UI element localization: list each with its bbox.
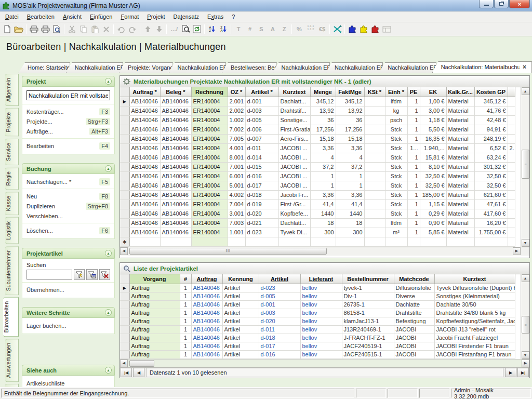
cell[interactable]: 26735-1 xyxy=(342,300,394,309)
tab-close-icon[interactable]: × xyxy=(523,62,526,73)
cell[interactable]: ER140004 xyxy=(191,209,228,218)
column-header-kurztext[interactable]: Kurztext xyxy=(434,274,515,284)
scroll-down-icon[interactable]: ▼ xyxy=(522,239,529,247)
empty-cell[interactable] xyxy=(336,237,364,246)
cell[interactable]: JACOBI xyxy=(394,350,434,358)
menu-datei[interactable]: Datei xyxy=(1,12,23,21)
horizontal-scrollbar[interactable]: ◀▶ xyxy=(120,359,529,367)
row-selector[interactable] xyxy=(120,115,129,125)
cell[interactable]: 1 xyxy=(407,134,420,143)
cell[interactable]: 8.001 xyxy=(228,153,245,162)
import-export-icon[interactable] xyxy=(331,23,343,35)
cell-link[interactable]: d-005 xyxy=(261,293,275,299)
next-record-icon[interactable]: ▶ xyxy=(505,368,516,377)
module-tab-allgemein[interactable]: Allgemein xyxy=(5,74,19,106)
cell[interactable]: Auftrag xyxy=(129,292,180,300)
table-row[interactable]: Auftrag1AB140046Artikeld-003bellov86158-… xyxy=(120,309,515,317)
cell[interactable]: 32,50 € xyxy=(420,181,446,190)
cell-link[interactable]: bellov xyxy=(302,351,317,357)
cell[interactable]: 1 xyxy=(407,171,420,181)
table-row[interactable]: Auftrag1AB140046Artikeld-011bellovJ13R24… xyxy=(120,325,515,334)
scroll-right-icon[interactable]: ▶ xyxy=(513,247,521,255)
cell[interactable]: Artikel xyxy=(222,284,259,292)
row-selector[interactable] xyxy=(120,153,129,162)
table-row[interactable]: Auftrag1AB140046Artikeld-017bellovJACF24… xyxy=(120,342,515,350)
cell[interactable] xyxy=(364,134,385,143)
cell[interactable]: ER140004 xyxy=(191,218,228,228)
cell[interactable] xyxy=(364,97,385,106)
cell[interactable]: Sonstiges (Kleinmaterial) xyxy=(434,292,515,300)
document-tab-6[interactable]: Nachkalkulation EP xyxy=(326,62,383,73)
cell[interactable] xyxy=(508,171,515,181)
table-row[interactable]: AB140046AB140046ER1400041.001d-023Tyvek … xyxy=(120,228,515,237)
cell[interactable]: Drahtstif... xyxy=(278,106,310,115)
cell[interactable]: 4.001 xyxy=(228,143,245,153)
project-input[interactable] xyxy=(26,90,110,100)
cell[interactable]: Material xyxy=(446,171,474,181)
scroll-left-icon[interactable]: ◀ xyxy=(120,360,128,367)
cell[interactable]: Drahtstifte 34/80 blank 5 kg xyxy=(434,309,515,317)
cell[interactable]: Stck xyxy=(385,162,407,171)
cell[interactable]: 0,90 € xyxy=(420,218,446,228)
cell[interactable]: 1 xyxy=(310,181,336,190)
cell[interactable]: Material xyxy=(446,106,474,115)
cell[interactable]: Artikel xyxy=(222,334,259,342)
cell-link[interactable]: bellov xyxy=(302,335,317,341)
cell[interactable]: 345,12 € xyxy=(474,97,508,106)
cell[interactable]: AB140046 xyxy=(160,209,191,218)
cell[interactable]: 1.940,... xyxy=(420,143,446,153)
cell[interactable]: d-003 xyxy=(245,106,278,115)
cell[interactable]: psch xyxy=(385,115,407,125)
row-selector[interactable] xyxy=(120,134,129,143)
sidebar-item-verschieben[interactable]: Verschieben... xyxy=(26,211,110,221)
empty-cell[interactable] xyxy=(278,237,310,246)
row-selector[interactable] xyxy=(120,292,129,300)
collapse-icon[interactable]: ▲ xyxy=(105,309,112,316)
collapse-icon[interactable]: ▲ xyxy=(105,250,112,257)
column-header-pe[interactable]: PE xyxy=(407,87,420,97)
cell[interactable]: 2. xyxy=(508,143,515,153)
cell-link[interactable]: AB140046 xyxy=(193,285,220,291)
table-row[interactable]: Auftrag1AB140046Artikeld-005bellovDiv-1D… xyxy=(120,292,515,300)
cell-link[interactable]: bellov xyxy=(302,343,317,349)
menu-bearbeiten[interactable]: Bearbeiten xyxy=(23,12,59,21)
cell[interactable]: 41,4 xyxy=(310,200,336,209)
column-header-artikel-[interactable]: Artikel * xyxy=(245,87,278,97)
cell[interactable]: 621,60 € xyxy=(474,190,508,200)
cell[interactable]: Material xyxy=(446,190,474,200)
sidebar-item-löschen[interactable]: Löschen...F6 xyxy=(26,225,110,235)
cell[interactable]: 2.002 xyxy=(228,106,245,115)
table-row[interactable]: AB140046AB140046ER1400042.002d-003Drahts… xyxy=(120,106,515,115)
cell[interactable]: d-021 xyxy=(245,218,278,228)
cell[interactable]: 1,15 € xyxy=(420,200,446,209)
close-button[interactable]: × xyxy=(509,0,530,8)
collapse-icon[interactable]: ▲ xyxy=(105,78,112,85)
table-row[interactable]: AB140046AB140046ER1400047.001d-015JACOBI… xyxy=(120,162,515,171)
empty-cell[interactable] xyxy=(364,237,385,246)
cell[interactable]: d-020 xyxy=(245,209,278,218)
sidebar-item-neu[interactable]: NeuF8 xyxy=(26,191,110,201)
cell[interactable] xyxy=(364,209,385,218)
cell-link[interactable]: AB140046 xyxy=(193,335,220,341)
cell[interactable]: ER140004 xyxy=(191,143,228,153)
cell[interactable]: AB140046 xyxy=(129,200,160,209)
cell[interactable]: Stck xyxy=(385,134,407,143)
panel-header-projekt[interactable]: Projekt▲ xyxy=(22,76,115,87)
cell-link[interactable]: AB140046 xyxy=(193,326,220,332)
cell[interactable]: Auftrag xyxy=(129,309,180,317)
cell[interactable]: AB140046 xyxy=(129,143,160,153)
panel-header-siehe-auch[interactable]: Siehe auch▲ xyxy=(22,365,115,376)
cell[interactable] xyxy=(364,162,385,171)
cell-link[interactable]: d-023 xyxy=(261,285,275,291)
row-selector[interactable] xyxy=(120,190,129,200)
row-selector[interactable] xyxy=(120,325,129,334)
cell[interactable] xyxy=(364,218,385,228)
cell-link[interactable]: d-017 xyxy=(261,343,275,349)
cell-link[interactable]: AB140046 xyxy=(193,351,220,357)
cell[interactable]: 17,256 xyxy=(310,125,336,134)
cell[interactable]: Material xyxy=(446,153,474,162)
row-selector[interactable] xyxy=(120,106,129,115)
sidebar-item-bearbeiten[interactable]: BearbeitenF4 xyxy=(26,141,110,151)
cell[interactable]: m² xyxy=(385,228,407,237)
cell[interactable]: ER140004 xyxy=(191,134,228,143)
